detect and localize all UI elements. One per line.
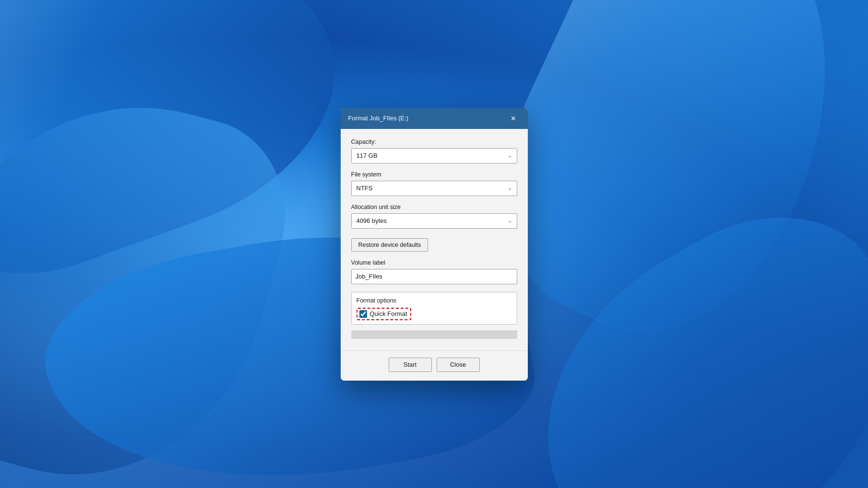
- dialog-content: Capacity: 117 GB ⌄ File system NTFS ⌄ Al…: [341, 129, 528, 350]
- file-system-chevron-down-icon: ⌄: [508, 185, 512, 191]
- format-options-section: Format options Quick Format: [351, 292, 517, 325]
- dialog-overlay: Format Job_FIles (E:) ✕ Capacity: 117 GB…: [0, 0, 868, 488]
- close-icon-button[interactable]: ✕: [507, 112, 520, 125]
- volume-label-label: Volume label: [351, 259, 517, 266]
- quick-format-checkbox[interactable]: [359, 310, 367, 318]
- format-dialog: Format Job_FIles (E:) ✕ Capacity: 117 GB…: [341, 108, 528, 381]
- capacity-value: 117 GB: [357, 152, 378, 159]
- volume-label-input[interactable]: [351, 269, 517, 284]
- dialog-title: Format Job_FIles (E:): [348, 115, 409, 122]
- capacity-group: Capacity: 117 GB ⌄: [351, 139, 517, 163]
- capacity-label: Capacity:: [351, 139, 517, 145]
- allocation-unit-value: 4096 bytes: [357, 217, 387, 224]
- format-options-label: Format options: [357, 297, 512, 304]
- quick-format-highlight: Quick Format: [357, 308, 411, 320]
- file-system-label: File system: [351, 171, 517, 178]
- file-system-value: NTFS: [357, 185, 373, 192]
- restore-defaults-button[interactable]: Restore device defaults: [351, 238, 428, 252]
- close-button[interactable]: Close: [437, 358, 480, 372]
- dialog-footer: Start Close: [341, 350, 528, 381]
- file-system-dropdown[interactable]: NTFS ⌄: [351, 181, 517, 196]
- start-button[interactable]: Start: [389, 358, 432, 372]
- allocation-unit-group: Allocation unit size 4096 bytes ⌄: [351, 204, 517, 229]
- capacity-chevron-down-icon: ⌄: [508, 152, 512, 159]
- allocation-unit-dropdown[interactable]: 4096 bytes ⌄: [351, 213, 517, 229]
- capacity-dropdown[interactable]: 117 GB ⌄: [351, 148, 517, 163]
- allocation-unit-label: Allocation unit size: [351, 204, 517, 210]
- allocation-unit-chevron-down-icon: ⌄: [508, 218, 512, 224]
- progress-bar: [351, 330, 517, 339]
- file-system-group: File system NTFS ⌄: [351, 171, 517, 196]
- volume-label-group: Volume label: [351, 259, 517, 284]
- title-bar: Format Job_FIles (E:) ✕: [341, 108, 528, 129]
- quick-format-label[interactable]: Quick Format: [370, 310, 407, 317]
